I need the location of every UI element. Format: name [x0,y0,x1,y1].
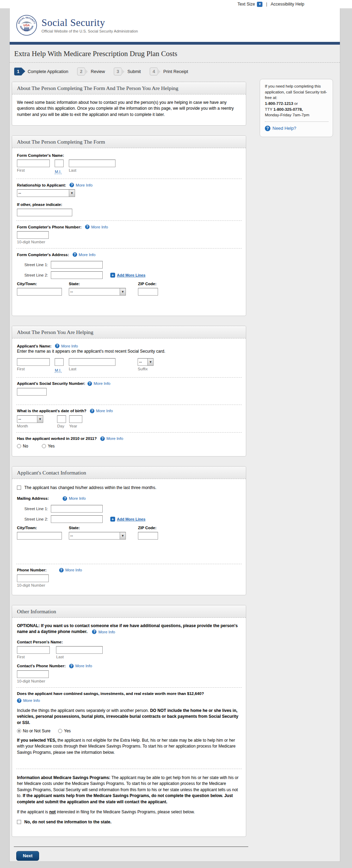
mailing-more-info-link[interactable]: ? More Info [63,496,86,501]
completer-address-group: Form Completer's Address: ? More Info St… [16,248,242,312]
section-other-title: Other Information [17,608,241,615]
dob-month-select[interactable]: -- ▼ [17,415,43,423]
dob-year-input[interactable] [69,415,82,423]
relationship-select[interactable]: -- ▼ [17,189,75,197]
completer-phone-more-info-link[interactable]: ? More Info [85,225,108,229]
contact-first-name-input[interactable] [17,646,50,654]
savings-yes-radio[interactable]: Yes [58,729,71,733]
add-more-lines-link[interactable]: + Add More Lines [110,517,146,522]
page: Text Size ▼ | Accessibility Help SOCIAL … [0,0,352,868]
accessibility-help-link[interactable]: Accessibility Help [271,2,304,7]
completer-first-name-input[interactable] [17,160,50,167]
section-other-info: Other Information OPTIONAL: If you want … [12,605,246,837]
applicant-ssn-input[interactable] [17,388,47,396]
applicant-first-name-input[interactable] [17,358,50,366]
mailing-zip-input[interactable] [138,532,158,540]
address-changed-group: The applicant has changed his/her addres… [16,480,242,564]
completer-address-more-info-link[interactable]: ? More Info [73,252,96,257]
progress-steps: 1 Complete Application 2 Review 3 Submit… [14,67,340,75]
zip-field: ZIP Code: [138,282,166,296]
chevron-down-icon: ▼ [120,532,126,539]
first-sublabel: First [17,168,50,172]
completer-state-select[interactable]: -- ▼ [69,288,126,296]
first-sublabel: First [17,655,50,659]
dob-day-input[interactable] [57,415,66,423]
savings-more-info-link[interactable]: ? More Info [17,698,40,703]
applicant-phone-group: Phone Number: ? More Info 10-digit Numbe… [16,564,242,591]
applicant-mi-input[interactable] [55,358,64,366]
question-icon: ? [73,252,77,257]
contact-phone-input[interactable] [17,670,49,678]
month-sublabel: Month [17,424,43,428]
mailing-street1-input[interactable] [51,505,103,513]
applicant-name-more-info-link[interactable]: ? More Info [55,344,78,348]
dob-label: What is the applicant's date of birth? [17,409,86,413]
worked-more-info-link[interactable]: ? More Info [100,436,123,441]
day-sublabel: Day [57,424,66,428]
dob-more-info-link[interactable]: ? More Info [90,409,113,413]
help-hours: Monday-Friday 7am-7pm [265,112,328,118]
applicant-last-name-input[interactable] [69,358,115,366]
help-tty-phone: 1-800-325-0778, [274,107,303,111]
mailing-city-input[interactable] [17,532,62,540]
completer-last-name-input[interactable] [69,160,115,167]
footer-divider [14,847,248,847]
step-submit: 3 Submit [114,67,141,75]
relationship-more-info-link[interactable]: ? More Info [70,183,93,187]
text-size-dropdown-icon[interactable]: ▼ [257,2,262,7]
city-label: City/Town: [17,282,69,286]
applicant-phone-input[interactable] [17,575,49,582]
completer-mi-input[interactable] [55,160,64,167]
completer-zip-input[interactable] [138,288,158,296]
radio-icon [42,444,46,448]
no-send-checkbox[interactable]: No, do not send the information to the s… [17,819,241,825]
ten-digit-hint: 10-digit Number [17,679,241,683]
chevron-down-icon: ▼ [120,288,126,295]
applicant-ssn-group: Applicant's Social Security Number: ? Mo… [16,377,242,405]
chevron-down-icon: ▼ [147,359,153,365]
ssn-more-info-link[interactable]: ? More Info [87,381,111,386]
completer-street2-input[interactable] [51,271,103,279]
radio-selected-icon [17,729,21,733]
next-button[interactable]: Next [16,851,39,861]
mi-tooltip-link[interactable]: M.I. [55,368,61,373]
state-field: State: -- ▼ [69,282,138,296]
state-label: State: [69,282,138,286]
completer-city-input[interactable] [17,288,62,296]
mi-tooltip-link[interactable]: M.I. [55,170,61,174]
other-indicate-input[interactable] [17,209,72,216]
radio-icon [17,444,21,448]
worked-no-radio[interactable]: No [17,444,28,449]
zip-label: ZIP Code: [138,282,166,286]
street-line-1-label: Street Line 1: [17,263,48,267]
applicant-phone-more-info-link[interactable]: ? More Info [59,568,82,572]
applicant-suffix-select[interactable]: -- ▼ [138,358,154,366]
relationship-group: Relationship to Applicant: ? More Info -… [16,179,242,220]
brand-tagline: Official Website of the U.S. Social Secu… [41,29,138,33]
worked-yes-radio[interactable]: Yes [42,444,55,449]
step-3-label: Submit [127,69,141,74]
city-label: City/Town: [17,526,69,530]
question-icon: ? [90,409,94,413]
step-1-label: Complete Application [28,69,68,74]
question-icon: ? [87,381,92,386]
text-size-label[interactable]: Text Size [238,2,255,7]
optional-more-info-link[interactable]: ? More Info [92,629,115,635]
need-help-link[interactable]: ? Need Help? [265,125,296,132]
add-more-lines-link[interactable]: + Add More Lines [110,273,146,278]
contact-last-name-input[interactable] [56,646,103,654]
street-line-2-label: Street Line 2: [17,273,48,277]
savings-no-radio[interactable]: No or Not Sure [17,729,50,733]
yes-selected-bold: If you selected YES, [17,738,56,743]
completer-street1-input[interactable] [51,261,103,269]
address-changed-checkbox[interactable]: The applicant has changed his/her addres… [17,485,156,490]
chevron-down-icon: ▼ [69,190,75,197]
completer-phone-input[interactable] [17,231,49,239]
mailing-state-select[interactable]: -- ▼ [69,532,126,540]
step-review: 2 Review [77,67,105,75]
page-title: Extra Help With Medicare Prescription Dr… [14,49,340,58]
utility-divider: | [266,2,267,7]
mailing-street2-input[interactable] [51,515,103,523]
street-line-1-label: Street Line 1: [17,507,48,511]
contact-phone-more-info-link[interactable]: ? More Info [69,664,92,668]
